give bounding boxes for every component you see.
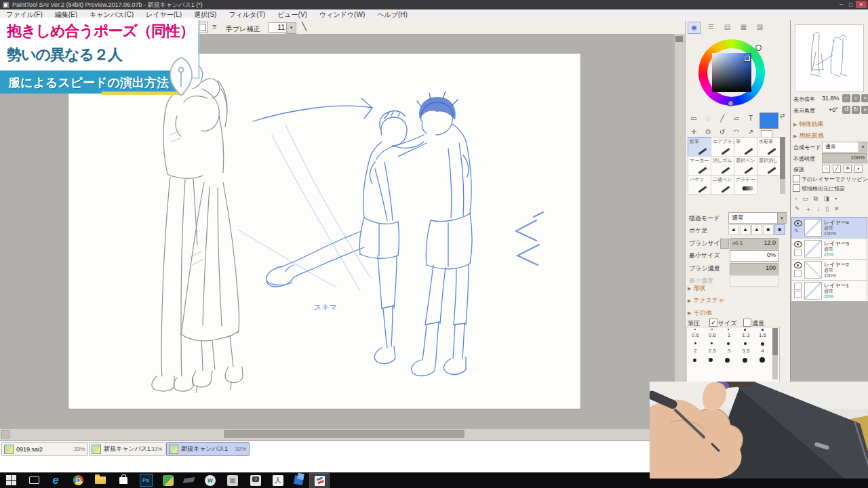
primary-color-swatch[interactable] bbox=[760, 113, 778, 129]
select-rect-tool[interactable]: ▭ bbox=[688, 113, 700, 124]
brush-bucket[interactable]: バケツ bbox=[688, 175, 711, 195]
pressure-size-checkbox[interactable]: ✓ bbox=[709, 319, 717, 327]
layer-row-4[interactable]: ✎ レイヤー4 通常 100% bbox=[791, 217, 867, 239]
visibility-eye-icon[interactable] bbox=[794, 220, 802, 226]
line-tool-icon[interactable]: ╲ bbox=[302, 22, 307, 31]
protect-position-icon[interactable]: ✛ bbox=[844, 165, 852, 173]
magic-wand-tool[interactable]: ╱ bbox=[716, 113, 728, 124]
transfer-down-icon[interactable]: ↓ bbox=[817, 205, 821, 214]
preset-size[interactable]: 0.8 bbox=[704, 332, 721, 338]
brush-select-eraser[interactable]: 選択消し bbox=[757, 156, 781, 176]
rotate-ccw-button[interactable]: ↺ bbox=[842, 106, 850, 114]
polygon-select-tool[interactable]: ▱ bbox=[730, 113, 743, 124]
draw-mode-select[interactable]: 通常 bbox=[728, 212, 780, 224]
preset-size[interactable]: 0.6 bbox=[687, 332, 704, 338]
protect-stroke-icon[interactable]: ╱ bbox=[833, 165, 841, 173]
preset-scroll-thumb[interactable] bbox=[772, 328, 778, 355]
photoshop-icon[interactable]: Ps bbox=[138, 473, 154, 487]
preset-size[interactable]: 1.3 bbox=[737, 332, 754, 338]
navigator-thumbnail[interactable] bbox=[795, 24, 864, 92]
preset-size[interactable]: 3.5 bbox=[737, 348, 754, 354]
merge-down-icon[interactable]: ＋ bbox=[806, 205, 812, 214]
layer-checkbox[interactable] bbox=[794, 291, 802, 298]
layer-mask-icon[interactable]: ◨ bbox=[823, 195, 829, 203]
draw-mode-dropdown[interactable]: ▾ bbox=[777, 212, 787, 224]
stabilizer-value[interactable]: 11 bbox=[269, 22, 287, 33]
angle-reset-button[interactable]: ▪ bbox=[861, 106, 868, 114]
blend-mode-dropdown[interactable]: ▾ bbox=[859, 142, 867, 152]
preset-size[interactable]: 4 bbox=[754, 348, 771, 354]
edge-shape-3[interactable]: ▲ bbox=[751, 224, 762, 235]
visibility-eye-icon[interactable] bbox=[794, 241, 802, 247]
brush-grid-scroll-thumb[interactable] bbox=[780, 137, 785, 179]
edge-icon[interactable]: e bbox=[47, 473, 64, 487]
section-other[interactable]: ▶その他 bbox=[688, 308, 712, 317]
section-texture[interactable]: ▶テクスチャ bbox=[688, 296, 724, 305]
swap-colors-icon[interactable]: ⇄ bbox=[780, 113, 785, 119]
minimize-button[interactable]: ─ bbox=[837, 1, 846, 8]
layer-checkbox[interactable] bbox=[794, 283, 802, 290]
clipping-checkbox[interactable] bbox=[793, 175, 800, 182]
scratchpad-tab-icon[interactable]: ▨ bbox=[754, 22, 766, 33]
preset-size[interactable]: 1.6 bbox=[754, 332, 771, 338]
eyedropper-tool[interactable]: ↗ bbox=[745, 126, 757, 138]
detect-source-checkbox[interactable] bbox=[793, 184, 800, 192]
paint-app-icon[interactable] bbox=[160, 473, 176, 487]
color-wheel-tab-icon[interactable]: ◉ bbox=[688, 22, 701, 34]
zoom-in-button[interactable]: ＋ bbox=[852, 94, 860, 102]
blend-mode-select[interactable]: 通常 bbox=[822, 142, 861, 152]
chrome-icon[interactable] bbox=[70, 473, 86, 487]
capture-app-icon[interactable]: ▦ bbox=[224, 473, 241, 487]
hue-marker-bottom[interactable] bbox=[728, 100, 734, 106]
edge-shape-5[interactable]: ■ bbox=[774, 224, 785, 235]
horizontal-scroll-button[interactable] bbox=[1, 430, 9, 439]
edge-shape-1[interactable]: ▲ bbox=[728, 224, 739, 235]
sai-taskbar-icon-active[interactable] bbox=[309, 473, 330, 488]
sv-marker[interactable] bbox=[745, 56, 750, 61]
size-unit-button[interactable] bbox=[720, 239, 729, 249]
wacom-icon[interactable]: w bbox=[202, 473, 218, 487]
task-view-icon[interactable] bbox=[26, 473, 42, 487]
brush-airbrush[interactable]: エアブラシ bbox=[711, 137, 734, 157]
section-paper-texture[interactable]: ▶用紙質感 bbox=[793, 131, 823, 140]
stabilizer-dropdown[interactable]: ▾ bbox=[286, 22, 296, 34]
min-size-slider[interactable]: 0% bbox=[730, 250, 778, 262]
brush-select-pen[interactable]: 選択ペン bbox=[734, 156, 757, 176]
zoom-tool[interactable]: ⊙ bbox=[702, 126, 714, 138]
layer-fx-icon[interactable]: ▪ bbox=[835, 195, 837, 203]
protect-all-icon[interactable]: ▪ bbox=[854, 165, 863, 173]
clear-layer-icon[interactable]: ▯ bbox=[825, 205, 829, 214]
menu-window[interactable]: ウィンドウ(W) bbox=[313, 9, 371, 20]
brush-density-slider[interactable]: 100 bbox=[730, 263, 778, 274]
doc-tab-0919[interactable]: 0919.sai2 33% bbox=[1, 442, 88, 456]
visibility-eye-icon[interactable] bbox=[794, 262, 802, 268]
layer-opacity-slider[interactable]: 100% bbox=[822, 153, 867, 163]
layer-pen-icon[interactable]: ✎ bbox=[795, 205, 800, 214]
rotate-view-tool[interactable]: ↺ bbox=[716, 126, 728, 138]
brush-marker[interactable]: マーカー bbox=[688, 156, 711, 176]
brush-eraser[interactable]: 消しゴム bbox=[711, 156, 734, 176]
rotate-cw-button[interactable]: ↻ bbox=[852, 106, 860, 114]
new-layer-icon[interactable]: ▫ bbox=[795, 195, 797, 203]
horizontal-scroll-thumb[interactable] bbox=[224, 430, 465, 438]
snap-icon[interactable]: ≡ bbox=[212, 22, 216, 30]
layer-checkbox[interactable] bbox=[794, 249, 802, 256]
layer-row-3[interactable]: レイヤー3 通常 20% bbox=[791, 238, 867, 260]
mail-app-icon[interactable] bbox=[290, 473, 307, 487]
doc-tab-canvas1a[interactable]: 新規キャンバス1 32% bbox=[89, 442, 165, 456]
rgb-slider-tab-icon[interactable]: ☰ bbox=[705, 22, 717, 33]
drawing-canvas[interactable]: スキマ bbox=[68, 53, 581, 409]
layer-checkbox[interactable] bbox=[794, 270, 802, 277]
brush-brush[interactable]: 筆 bbox=[734, 137, 757, 157]
zoom-reset-button[interactable]: ▪ bbox=[861, 94, 868, 102]
maximize-button[interactable]: ▢ bbox=[846, 1, 855, 8]
edge-shape-4[interactable]: ■ bbox=[763, 224, 774, 235]
text-tool[interactable]: T bbox=[745, 113, 757, 124]
section-shape[interactable]: ▶形状 bbox=[688, 284, 705, 293]
hue-marker[interactable] bbox=[755, 45, 762, 51]
color-mixer-tab-icon[interactable]: ▤ bbox=[722, 22, 733, 33]
store-icon[interactable] bbox=[115, 473, 132, 487]
protect-opacity-icon[interactable]: ▫ bbox=[822, 165, 830, 173]
preset-size[interactable]: 1 bbox=[721, 332, 738, 338]
brush-size-slider[interactable]: x0.112.0 bbox=[730, 238, 778, 249]
